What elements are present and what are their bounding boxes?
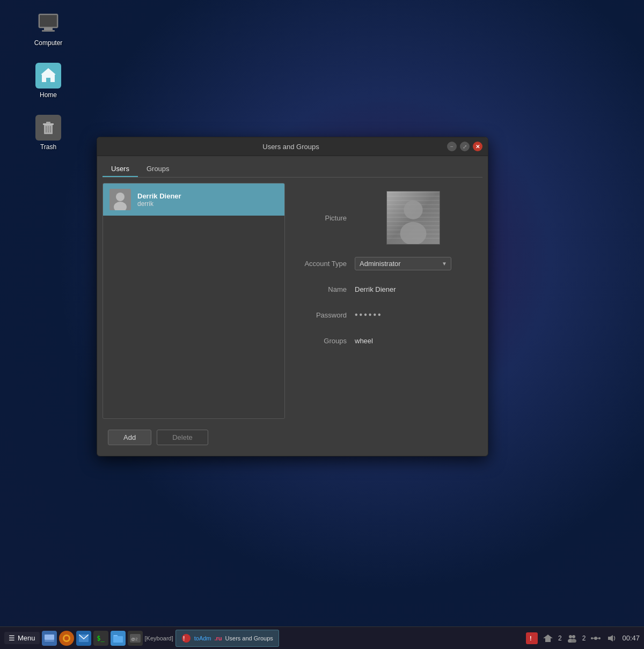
main-layout: Derrik Diener derrik Add Delete xyxy=(103,183,482,451)
name-label: Name xyxy=(296,285,355,293)
name-value: Derrik Diener xyxy=(355,285,396,293)
svg-point-45 xyxy=(572,635,575,638)
svg-point-50 xyxy=(598,637,601,639)
minimize-button[interactable]: − xyxy=(447,142,457,151)
svg-rect-41 xyxy=(528,634,536,643)
svg-rect-35 xyxy=(113,636,123,643)
delete-user-button[interactable]: Delete xyxy=(157,430,208,445)
taskbar-desktop-icon[interactable] xyxy=(42,631,57,646)
taskbar-mail-icon[interactable] xyxy=(76,631,91,646)
keyboard-label: [Keyboard] xyxy=(145,635,173,641)
svg-rect-3 xyxy=(42,30,55,32)
svg-text:!: ! xyxy=(183,636,185,641)
svg-point-48 xyxy=(594,637,597,640)
svg-rect-7 xyxy=(46,122,50,124)
taskbar-firefox-icon[interactable] xyxy=(59,631,74,646)
svg-rect-31 xyxy=(45,640,54,641)
menu-label: Menu xyxy=(18,634,35,642)
user-picture-frame[interactable] xyxy=(386,191,440,245)
svg-rect-16 xyxy=(387,191,440,193)
svg-text:@: @ xyxy=(131,637,135,641)
tray-alert-icon[interactable]: ! xyxy=(526,632,538,644)
svg-rect-23 xyxy=(387,221,440,222)
tray-users-icon[interactable] xyxy=(566,632,578,644)
svg-point-29 xyxy=(400,222,427,245)
svg-rect-1 xyxy=(40,15,57,27)
password-value: •••••• xyxy=(355,310,383,320)
window-titlebar: Users and Groups − ⤢ ✕ xyxy=(97,137,488,156)
taskbar-files-icon[interactable] xyxy=(111,631,126,646)
picture-label: Picture xyxy=(296,214,355,222)
picture-row: Picture xyxy=(296,191,472,245)
tab-groups[interactable]: Groups xyxy=(138,161,178,177)
account-type-select[interactable]: Administrator Standard xyxy=(355,257,451,270)
window-content: Users Groups xyxy=(97,156,488,456)
account-type-row: Account Type Administrator Standard ▼ xyxy=(296,255,472,271)
trash-label: Trash xyxy=(40,143,56,151)
add-user-button[interactable]: Add xyxy=(108,430,151,445)
groups-value: wheel xyxy=(355,337,373,345)
home-label: Home xyxy=(40,91,57,99)
user-detail-panel: Picture xyxy=(285,183,482,451)
svg-marker-53 xyxy=(608,635,613,641)
svg-marker-43 xyxy=(543,635,553,642)
svg-point-11 xyxy=(46,127,50,131)
desktop-icons: Computer Home xyxy=(27,11,70,167)
svg-point-49 xyxy=(591,637,593,639)
name-row: Name Derrik Diener xyxy=(296,281,472,297)
app-label: Users and Groups xyxy=(225,635,273,641)
account-type-select-wrap: Administrator Standard ▼ xyxy=(355,257,451,270)
brand-watermark: toAdm xyxy=(194,635,211,641)
tab-users[interactable]: Users xyxy=(103,161,138,177)
svg-text:2: 2 xyxy=(135,637,138,641)
desktop-icon-home[interactable]: Home xyxy=(27,63,70,99)
close-button[interactable]: ✕ xyxy=(473,142,482,151)
groups-row: Groups wheel xyxy=(296,333,472,349)
taskbar: ☰ Menu $_ xyxy=(0,626,644,649)
user-list-item[interactable]: Derrik Diener derrik xyxy=(103,183,284,216)
desktop: Computer Home xyxy=(0,0,644,649)
menu-icon: ☰ xyxy=(9,634,15,642)
window-controls: − ⤢ ✕ xyxy=(447,142,482,151)
tab-bar: Users Groups xyxy=(103,161,482,178)
taskbar-terminal-icon[interactable]: $_ xyxy=(93,631,108,646)
picture-area xyxy=(355,191,472,245)
computer-label: Computer xyxy=(34,39,63,47)
window-title: Users and Groups xyxy=(135,143,447,151)
users-and-groups-window: Users and Groups − ⤢ ✕ Users Groups xyxy=(97,137,488,456)
tray-users-count: 2 xyxy=(582,635,586,642)
tray-badge-count: 2 xyxy=(558,635,562,642)
computer-icon xyxy=(35,11,61,36)
home-icon xyxy=(35,63,61,88)
tray-volume-icon[interactable] xyxy=(606,632,618,644)
account-type-label: Account Type xyxy=(296,260,355,268)
tray-network-icon[interactable] xyxy=(542,632,554,644)
tray-network2-icon[interactable] xyxy=(590,632,602,644)
svg-point-28 xyxy=(404,201,422,219)
maximize-button[interactable]: ⤢ xyxy=(460,142,470,151)
user-action-buttons: Add Delete xyxy=(103,424,285,451)
svg-marker-4 xyxy=(41,68,56,82)
user-login-name: derrik xyxy=(137,200,181,208)
svg-rect-2 xyxy=(44,28,53,30)
password-row: Password •••••• xyxy=(296,307,472,323)
user-display-name: Derrik Diener xyxy=(137,192,181,200)
svg-rect-30 xyxy=(45,635,54,640)
tray-time: 00:47 xyxy=(622,634,640,642)
system-tray: ! 2 2 xyxy=(526,632,640,644)
taskbar-keyboard-indicator[interactable]: @ 2 xyxy=(128,631,143,646)
taskbar-app-users-groups[interactable]: ! toAdm .ru Users and Groups xyxy=(175,630,279,647)
user-info: Derrik Diener derrik xyxy=(137,192,181,208)
user-list-panel: Derrik Diener derrik xyxy=(103,183,285,419)
taskbar-menu-button[interactable]: ☰ Menu xyxy=(4,632,40,644)
svg-point-44 xyxy=(569,635,572,638)
svg-point-33 xyxy=(64,636,69,640)
svg-text:!: ! xyxy=(530,635,532,641)
desktop-icon-trash[interactable]: Trash xyxy=(27,115,70,151)
groups-label: Groups xyxy=(296,337,355,345)
user-avatar-small xyxy=(109,189,131,210)
svg-point-13 xyxy=(116,193,125,201)
trash-icon xyxy=(35,115,61,141)
desktop-icon-computer[interactable]: Computer xyxy=(27,11,70,47)
password-label: Password xyxy=(296,311,355,319)
